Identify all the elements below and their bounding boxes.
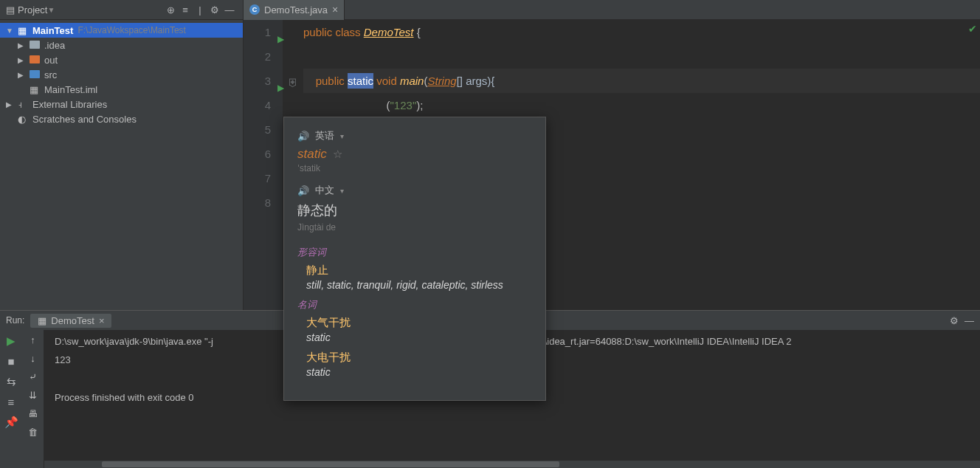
project-tool-icon: ▤ xyxy=(6,4,15,16)
tree-folder-out[interactable]: ▶ out xyxy=(0,52,243,67)
wrap-icon[interactable]: ⤶ xyxy=(29,371,37,382)
source-lang[interactable]: 英语 xyxy=(315,129,334,142)
run-tab-icon: ▦ xyxy=(38,315,46,326)
module-icon: ▦ xyxy=(18,25,30,36)
project-tree: ▼ ▦ MainTest F:\JavaWokspace\MainTest ▶ … xyxy=(0,20,243,129)
chevron-down-icon[interactable]: ▼ xyxy=(47,6,55,14)
meaning: 静止 xyxy=(297,264,532,278)
close-icon[interactable]: × xyxy=(332,4,338,16)
run-config-tab[interactable]: ▦ DemoTest × xyxy=(30,314,111,328)
translation-popup: 🔊 英语 ▾ static ☆ ˈstatik 🔊 中文 ▾ 静态的 Jìngt… xyxy=(283,117,546,401)
layout-icon[interactable]: ⇆ xyxy=(7,375,16,388)
collapse-arrow[interactable]: ▶ xyxy=(18,41,27,49)
root-name: MainTest xyxy=(32,25,73,36)
translation: 静态的 xyxy=(297,202,532,219)
down-icon[interactable]: ↓ xyxy=(30,353,35,364)
tree-scratches[interactable]: ◐ Scratches and Consoles xyxy=(0,111,243,126)
part-of-speech: 名词 xyxy=(297,298,532,312)
synonyms: static xyxy=(297,331,532,343)
target-lang[interactable]: 中文 xyxy=(315,184,334,197)
gear-icon[interactable]: ⚙ xyxy=(950,315,959,326)
editor-tab-bar: C DemoTest.java × xyxy=(244,0,980,20)
up-icon[interactable]: ↑ xyxy=(30,334,35,345)
check-icon: ✔ xyxy=(968,23,977,35)
library-icon: ⫞ xyxy=(18,99,30,110)
tree-folder-src[interactable]: ▶ src xyxy=(0,67,243,82)
speaker-icon[interactable]: 🔊 xyxy=(297,185,309,196)
java-class-icon: C xyxy=(249,4,260,15)
speaker-icon[interactable]: 🔊 xyxy=(297,131,309,142)
run-gutter-icon[interactable]: ▶ xyxy=(277,27,284,52)
synonyms: static xyxy=(297,366,532,378)
divider-icon: | xyxy=(193,2,207,17)
meaning: 大电干扰 xyxy=(297,351,532,365)
print-icon[interactable]: 🖶 xyxy=(28,408,38,419)
folder-icon xyxy=(30,55,41,66)
gear-icon[interactable]: ⚙ xyxy=(207,2,222,17)
tree-folder-idea[interactable]: ▶ .idea xyxy=(0,38,243,52)
meaning: 大气干扰 xyxy=(297,316,532,330)
editor-tab[interactable]: C DemoTest.java × xyxy=(244,0,345,20)
close-icon[interactable]: × xyxy=(99,315,105,326)
root-path: F:\JavaWokspace\MainTest xyxy=(77,25,186,35)
folder-icon xyxy=(30,69,41,80)
run-toolbar-right: ↑ ↓ ⤶ ⇊ 🖶 🗑 xyxy=(22,330,44,468)
pin-icon[interactable]: 📌 xyxy=(4,416,18,429)
synonyms: still, static, tranquil, rigid, catalept… xyxy=(297,279,532,291)
scroll-icon[interactable]: ⇊ xyxy=(29,390,37,401)
run-gutter-icon[interactable]: ▶ xyxy=(277,76,284,100)
run-label: Run: xyxy=(6,315,24,326)
tree-file-iml[interactable]: ▦ MainTest.iml xyxy=(0,82,243,97)
file-icon: ▦ xyxy=(30,84,41,95)
project-header: ▤ Project ▼ ⊕ ≡ | ⚙ — xyxy=(0,0,243,20)
project-title: Project xyxy=(18,4,47,16)
gutter: 1▶ 2 3▶ 4 5 6 7 8 xyxy=(244,20,283,310)
expand-arrow[interactable]: ▼ xyxy=(6,27,15,35)
collapse-arrow[interactable]: ▶ xyxy=(18,56,27,64)
cmd-left: D:\sw_work\java\jdk-9\bin\java.exe "-j xyxy=(55,336,213,347)
chevron-down-icon[interactable]: ▾ xyxy=(340,187,344,195)
collapse-arrow[interactable]: ▶ xyxy=(6,100,15,109)
tab-label: DemoTest.java xyxy=(264,4,328,16)
layout-icon[interactable]: ≡ xyxy=(8,396,15,408)
collapse-arrow[interactable]: ▶ xyxy=(18,71,27,79)
stop-icon[interactable]: ■ xyxy=(7,355,14,368)
target-icon[interactable]: ⊕ xyxy=(163,2,178,17)
shield-icon: ⛨ xyxy=(288,76,299,89)
horizontal-scrollbar[interactable] xyxy=(44,461,980,468)
rerun-icon[interactable]: ▶ xyxy=(7,334,15,348)
popup-word: static xyxy=(297,147,327,162)
folder-icon xyxy=(30,40,41,51)
scrollbar-thumb[interactable] xyxy=(102,461,559,467)
expand-icon[interactable]: ≡ xyxy=(178,2,193,17)
tree-external-libs[interactable]: ▶ ⫞ External Libraries xyxy=(0,97,243,111)
project-panel: ▤ Project ▼ ⊕ ≡ | ⚙ — ▼ ▦ MainTest F:\Ja… xyxy=(0,0,244,310)
scratch-icon: ◐ xyxy=(18,114,30,125)
star-icon[interactable]: ☆ xyxy=(333,148,342,161)
run-toolbar-left: ▶ ■ ⇆ ≡ 📌 xyxy=(0,330,22,468)
phonetic: ˈstatik xyxy=(297,163,532,173)
part-of-speech: 形容词 xyxy=(297,246,532,259)
chevron-down-icon[interactable]: ▾ xyxy=(340,132,344,140)
trash-icon[interactable]: 🗑 xyxy=(28,427,38,438)
pinyin: Jìngtài de xyxy=(297,222,532,233)
minimize-icon[interactable]: — xyxy=(222,2,237,17)
tree-root[interactable]: ▼ ▦ MainTest F:\JavaWokspace\MainTest xyxy=(0,23,243,38)
minimize-icon[interactable]: — xyxy=(965,315,974,326)
